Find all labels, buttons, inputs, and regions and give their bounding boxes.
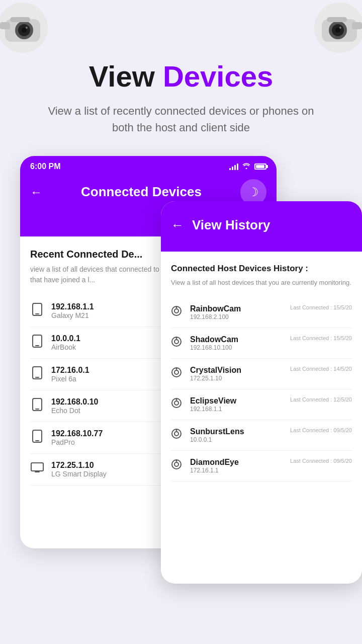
mockup-area: 6:00 PM	[0, 156, 362, 584]
battery-icon	[254, 164, 266, 170]
phone-header-2: ← View History	[161, 201, 362, 252]
phone-icon	[30, 335, 44, 351]
cam-info: SunburstLens 10.0.0.1	[190, 427, 284, 443]
cam-info: CrystalVision 172.25.1.10	[190, 366, 284, 382]
back-arrow-icon-2[interactable]: ←	[171, 217, 184, 233]
nav-title-2: View History	[192, 217, 270, 233]
svg-point-6	[26, 27, 28, 29]
svg-rect-7	[10, 17, 30, 22]
svg-point-14	[339, 27, 341, 29]
monitor-icon	[30, 462, 44, 476]
list-item: SunburstLens 10.0.0.1 Last Connected : 0…	[171, 420, 352, 451]
svg-point-43	[176, 399, 177, 400]
page-title: View Devices	[0, 60, 362, 93]
cam-info: DiamondEye 172.16.1.1	[190, 458, 284, 474]
cam-info: ShadowCam 192.168.10.100	[190, 335, 284, 351]
status-bar: 6:00 PM	[30, 162, 266, 171]
svg-rect-26	[31, 463, 43, 471]
wifi-icon	[242, 163, 250, 171]
camera-decoration-left	[0, 0, 50, 55]
camera-decoration-right	[312, 0, 362, 55]
phone-body-2: Connected Host Devices History : View a …	[161, 252, 362, 494]
history-section-desc: View a list of all host devices that you…	[171, 278, 352, 288]
svg-point-50	[174, 462, 178, 466]
svg-point-35	[176, 338, 177, 339]
svg-rect-15	[327, 17, 347, 22]
svg-rect-10	[352, 22, 362, 29]
camera-icon	[171, 428, 184, 442]
svg-point-38	[174, 370, 178, 374]
phone-icon	[30, 398, 44, 414]
list-item: CrystalVision 172.25.1.10 Last Connected…	[171, 359, 352, 389]
camera-icon	[171, 367, 184, 380]
svg-point-51	[176, 460, 177, 462]
signal-bars-icon	[229, 163, 238, 170]
phone-icon	[30, 430, 44, 446]
phone-screen-view-history: ← View History Connected Host Devices Hi…	[161, 201, 362, 584]
hero-section: View Devices View a list of recently con…	[0, 0, 362, 151]
cam-info: EclipseView 192.168.1.1	[190, 396, 284, 413]
camera-icon	[171, 305, 184, 319]
status-time: 6:00 PM	[30, 162, 60, 171]
svg-rect-2	[0, 22, 10, 29]
status-icons	[229, 163, 266, 171]
svg-point-42	[174, 401, 178, 405]
svg-point-5	[22, 28, 27, 33]
svg-point-30	[174, 309, 178, 313]
svg-point-47	[176, 430, 177, 431]
phone-icon	[30, 366, 44, 382]
nav-title-1: Connected Devices	[81, 184, 202, 200]
cam-info: RainbowCam 192.168.2.100	[190, 304, 284, 320]
hero-subtitle: View a list of recently connected device…	[35, 103, 327, 136]
svg-point-39	[176, 368, 177, 370]
svg-point-31	[176, 307, 177, 308]
svg-point-34	[174, 340, 178, 344]
list-item: DiamondEye 172.16.1.1 Last Connected : 0…	[171, 451, 352, 481]
back-arrow-icon[interactable]: ←	[30, 185, 42, 199]
camera-icon	[171, 397, 184, 411]
list-item: RainbowCam 192.168.2.100 Last Connected …	[171, 297, 352, 328]
list-item: EclipseView 192.168.1.1 Last Connected :…	[171, 389, 352, 420]
camera-history-list: RainbowCam 192.168.2.100 Last Connected …	[171, 297, 352, 481]
camera-icon	[171, 459, 184, 472]
phone-icon	[30, 303, 44, 319]
camera-icon	[171, 336, 184, 350]
history-section-title: Connected Host Devices History :	[171, 264, 352, 274]
svg-point-46	[174, 432, 178, 436]
list-item: ShadowCam 192.168.10.100 Last Connected …	[171, 328, 352, 359]
svg-point-13	[335, 28, 340, 33]
